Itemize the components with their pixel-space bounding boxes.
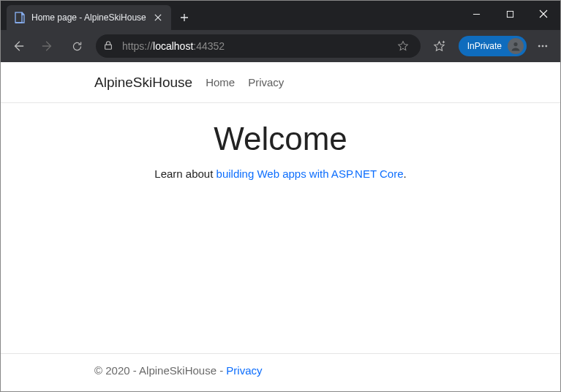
tab-close-button[interactable]: [152, 12, 164, 23]
new-tab-button[interactable]: [174, 7, 195, 28]
favorite-button[interactable]: [393, 36, 413, 56]
nav-privacy-link[interactable]: Privacy: [248, 76, 284, 88]
brand-link[interactable]: AlpineSkiHouse: [94, 75, 192, 91]
url-text: https://localhost:44352: [122, 40, 393, 52]
url-scheme: https://: [122, 40, 153, 52]
lead-prefix: Learn about: [154, 167, 216, 180]
window-close-button[interactable]: [527, 1, 560, 27]
footer-privacy-link[interactable]: Privacy: [226, 364, 262, 377]
svg-point-4: [538, 45, 540, 47]
svg-point-5: [542, 45, 543, 47]
titlebar: Home page - AlpineSkiHouse: [1, 1, 560, 30]
browser-toolbar: https://localhost:44352 InPrivate: [1, 30, 560, 62]
address-bar[interactable]: https://localhost:44352: [96, 34, 421, 58]
browser-window: Home page - AlpineSkiHouse: [0, 0, 561, 392]
site-header: AlpineSkiHouse Home Privacy: [1, 62, 560, 103]
window-maximize-button[interactable]: [493, 1, 527, 27]
lead-link[interactable]: building Web apps with ASP.NET Core: [217, 167, 404, 180]
svg-rect-1: [507, 11, 513, 17]
profile-avatar-icon: [508, 38, 524, 54]
page-heading: Welcome: [1, 121, 560, 157]
svg-rect-0: [15, 12, 22, 23]
page-favicon-icon: [14, 12, 26, 23]
footer-text: © 2020 - AlpineSkiHouse -: [94, 364, 226, 377]
back-button[interactable]: [5, 33, 31, 59]
url-port: :44352: [193, 40, 225, 52]
favorites-button[interactable]: [426, 33, 453, 59]
menu-button[interactable]: [530, 33, 556, 59]
lock-icon: [103, 40, 115, 52]
svg-rect-2: [105, 45, 112, 49]
url-host: localhost: [153, 40, 193, 52]
page-viewport: AlpineSkiHouse Home Privacy Welcome Lear…: [1, 62, 560, 391]
forward-button[interactable]: [34, 33, 61, 59]
inprivate-label: InPrivate: [467, 41, 502, 51]
tab-title: Home page - AlpineSkiHouse: [31, 12, 146, 23]
inprivate-indicator[interactable]: InPrivate: [459, 36, 527, 56]
browser-tab[interactable]: Home page - AlpineSkiHouse: [7, 5, 171, 30]
refresh-button[interactable]: [64, 33, 90, 59]
svg-point-6: [546, 45, 547, 47]
main-content: Welcome Learn about building Web apps wi…: [1, 103, 560, 353]
lead-suffix: .: [404, 167, 407, 180]
site-footer: © 2020 - AlpineSkiHouse - Privacy: [1, 353, 560, 391]
lead-paragraph: Learn about building Web apps with ASP.N…: [1, 167, 560, 180]
nav-home-link[interactable]: Home: [206, 76, 235, 88]
svg-point-3: [513, 42, 517, 46]
window-minimize-button[interactable]: [459, 1, 493, 27]
